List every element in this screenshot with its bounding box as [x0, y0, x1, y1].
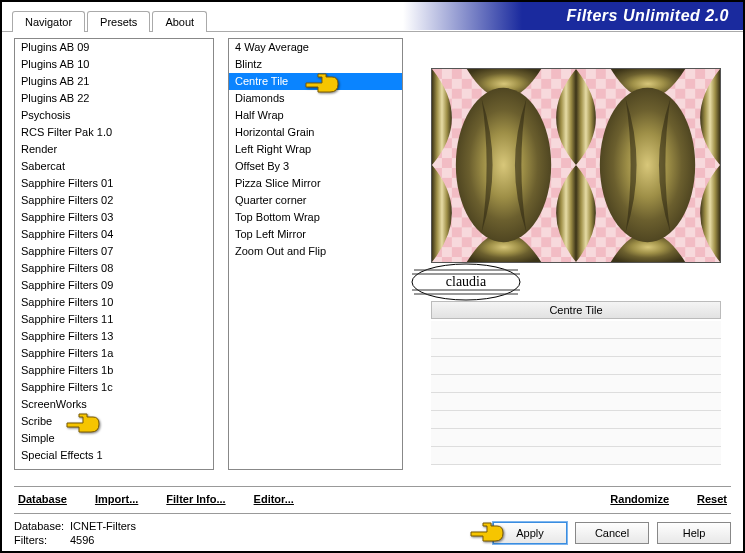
- param-row: [431, 375, 721, 393]
- filter-column: 4 Way AverageBlintzCentre TileDiamondsHa…: [228, 38, 403, 482]
- list-item[interactable]: Quarter corner: [229, 192, 402, 209]
- list-item[interactable]: Sapphire Filters 04: [15, 226, 213, 243]
- preview-image: [431, 68, 721, 263]
- list-item[interactable]: Sapphire Filters 10: [15, 294, 213, 311]
- editor-link[interactable]: Editor...: [250, 493, 298, 505]
- list-item[interactable]: 4 Way Average: [229, 39, 402, 56]
- list-item[interactable]: Sapphire Filters 02: [15, 192, 213, 209]
- tab-navigator[interactable]: Navigator: [12, 11, 85, 32]
- app-title: Filters Unlimited 2.0: [566, 7, 729, 25]
- header: Navigator Presets About Filters Unlimite…: [2, 2, 743, 32]
- list-item[interactable]: Pizza Slice Mirror: [229, 175, 402, 192]
- list-item[interactable]: Plugins AB 22: [15, 90, 213, 107]
- list-item[interactable]: Zoom Out and Flip: [229, 243, 402, 260]
- list-item[interactable]: Sapphire Filters 1b: [15, 362, 213, 379]
- tab-about[interactable]: About: [152, 11, 207, 32]
- database-link[interactable]: Database: [14, 493, 71, 505]
- filter-info-link[interactable]: Filter Info...: [162, 493, 229, 505]
- list-item[interactable]: Diamonds: [229, 90, 402, 107]
- parameters-panel: Centre Tile: [431, 301, 721, 465]
- category-column: Plugins AB 09Plugins AB 10Plugins AB 21P…: [14, 38, 214, 482]
- tab-presets[interactable]: Presets: [87, 11, 150, 32]
- list-item[interactable]: Left Right Wrap: [229, 141, 402, 158]
- param-row: [431, 447, 721, 465]
- list-item[interactable]: Plugins AB 09: [15, 39, 213, 56]
- list-item[interactable]: Plugins AB 10: [15, 56, 213, 73]
- list-item[interactable]: Sapphire Filters 01: [15, 175, 213, 192]
- db-value: ICNET-Filters: [70, 520, 136, 532]
- list-item[interactable]: Top Left Mirror: [229, 226, 402, 243]
- list-item[interactable]: Special Effects 1: [15, 447, 213, 464]
- import-link[interactable]: Import...: [91, 493, 142, 505]
- list-item[interactable]: Sapphire Filters 13: [15, 328, 213, 345]
- filters-label: Filters:: [14, 534, 70, 546]
- list-item[interactable]: RCS Filter Pak 1.0: [15, 124, 213, 141]
- list-item[interactable]: Sapphire Filters 1c: [15, 379, 213, 396]
- main: Plugins AB 09Plugins AB 10Plugins AB 21P…: [2, 32, 743, 482]
- list-item[interactable]: ScreenWorks: [15, 396, 213, 413]
- svg-text:claudia: claudia: [446, 274, 487, 289]
- param-row: [431, 339, 721, 357]
- list-item[interactable]: Sapphire Filters 11: [15, 311, 213, 328]
- list-item[interactable]: Sapphire Filters 1a: [15, 345, 213, 362]
- list-item[interactable]: Sapphire Filters 03: [15, 209, 213, 226]
- dialog-buttons: Apply Cancel Help: [493, 522, 731, 544]
- list-item[interactable]: Scribe: [15, 413, 213, 430]
- help-button[interactable]: Help: [657, 522, 731, 544]
- list-item[interactable]: Top Bottom Wrap: [229, 209, 402, 226]
- param-row: [431, 357, 721, 375]
- list-item[interactable]: Render: [15, 141, 213, 158]
- list-item[interactable]: Sapphire Filters 07: [15, 243, 213, 260]
- param-row: [431, 411, 721, 429]
- reset-link[interactable]: Reset: [693, 493, 731, 505]
- list-item[interactable]: Horizontal Grain: [229, 124, 402, 141]
- status-block: Database:ICNET-Filters Filters:4596: [14, 520, 136, 546]
- footer: Database:ICNET-Filters Filters:4596 Appl…: [14, 513, 731, 552]
- list-item[interactable]: Plugins AB 21: [15, 73, 213, 90]
- watermark: claudia: [406, 260, 526, 304]
- apply-button[interactable]: Apply: [493, 522, 567, 544]
- bottom-actions: Database Import... Filter Info... Editor…: [14, 486, 731, 509]
- list-item[interactable]: Sapphire Filters 08: [15, 260, 213, 277]
- list-item[interactable]: Sapphire Filters 09: [15, 277, 213, 294]
- filters-value: 4596: [70, 534, 94, 546]
- param-row: [431, 321, 721, 339]
- param-row: [431, 429, 721, 447]
- list-item[interactable]: Offset By 3: [229, 158, 402, 175]
- category-listbox[interactable]: Plugins AB 09Plugins AB 10Plugins AB 21P…: [14, 38, 214, 470]
- list-item[interactable]: Psychosis: [15, 107, 213, 124]
- list-item[interactable]: Centre Tile: [229, 73, 402, 90]
- db-label: Database:: [14, 520, 70, 532]
- list-item[interactable]: Simple: [15, 430, 213, 447]
- randomize-link[interactable]: Randomize: [606, 493, 673, 505]
- tabs: Navigator Presets About: [12, 10, 209, 31]
- cancel-button[interactable]: Cancel: [575, 522, 649, 544]
- title-bar: Filters Unlimited 2.0: [403, 2, 743, 30]
- list-item[interactable]: Half Wrap: [229, 107, 402, 124]
- list-item[interactable]: Sabercat: [15, 158, 213, 175]
- filter-listbox[interactable]: 4 Way AverageBlintzCentre TileDiamondsHa…: [228, 38, 403, 470]
- param-row: [431, 393, 721, 411]
- list-item[interactable]: Blintz: [229, 56, 402, 73]
